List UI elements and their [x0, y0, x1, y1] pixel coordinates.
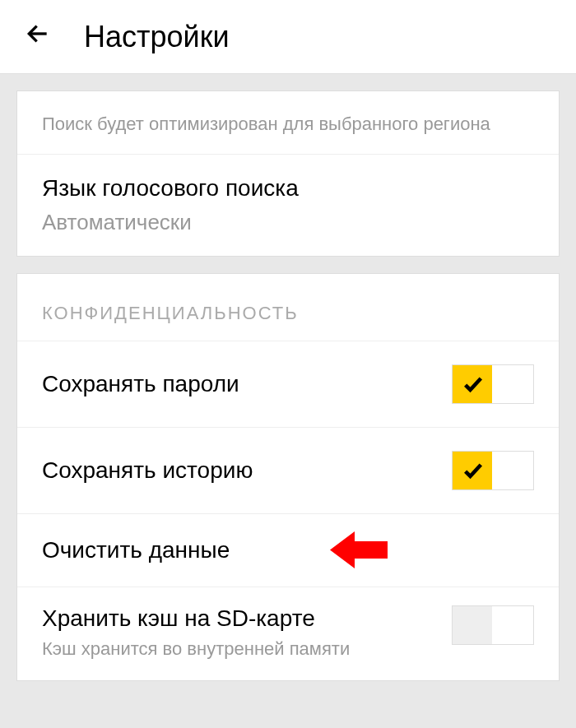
- save-passwords-row[interactable]: Сохранять пароли: [17, 341, 559, 428]
- sd-cache-toggle[interactable]: [452, 605, 534, 645]
- content-area: Поиск будет оптимизирован для выбранного…: [0, 90, 576, 681]
- annotation-arrow-icon: [330, 527, 388, 573]
- privacy-settings-card: КОНФИДЕНЦИАЛЬНОСТЬ Сохранять пароли Сохр…: [16, 273, 560, 681]
- sd-cache-row[interactable]: Хранить кэш на SD-карте Кэш хранится во …: [17, 587, 559, 680]
- voice-search-title: Язык голосового поиска: [42, 175, 534, 202]
- save-history-row[interactable]: Сохранять историю: [17, 428, 559, 514]
- region-hint-text: Поиск будет оптимизирован для выбранного…: [17, 91, 559, 155]
- sd-cache-sublabel: Кэш хранится во внутренней памяти: [42, 638, 350, 660]
- privacy-section-header: КОНФИДЕНЦИАЛЬНОСТЬ: [17, 274, 559, 341]
- voice-search-value: Автоматически: [42, 210, 534, 235]
- checkmark-icon: [462, 459, 485, 482]
- voice-search-language-item[interactable]: Язык голосового поиска Автоматически: [17, 155, 559, 256]
- toggle-handle: [492, 365, 533, 403]
- toggle-handle: [492, 452, 533, 489]
- app-header: Настройки: [0, 0, 576, 74]
- toggle-on-indicator: [453, 452, 494, 489]
- save-history-label: Сохранять историю: [42, 457, 253, 484]
- sd-cache-label: Хранить кэш на SD-карте: [42, 605, 350, 632]
- page-title: Настройки: [84, 20, 230, 54]
- clear-data-row[interactable]: Очистить данные: [17, 514, 559, 587]
- checkmark-icon: [462, 373, 485, 396]
- toggle-off-indicator: [453, 606, 494, 644]
- save-passwords-label: Сохранять пароли: [42, 371, 239, 397]
- clear-data-label: Очистить данные: [42, 537, 230, 563]
- back-arrow-icon[interactable]: [25, 21, 51, 53]
- toggle-on-indicator: [453, 365, 494, 403]
- toggle-handle: [492, 606, 533, 644]
- search-settings-card: Поиск будет оптимизирован для выбранного…: [16, 90, 560, 257]
- svg-marker-1: [330, 531, 388, 568]
- sd-cache-label-container: Хранить кэш на SD-карте Кэш хранится во …: [42, 605, 350, 660]
- save-passwords-toggle[interactable]: [452, 364, 534, 404]
- save-history-toggle[interactable]: [452, 451, 534, 490]
